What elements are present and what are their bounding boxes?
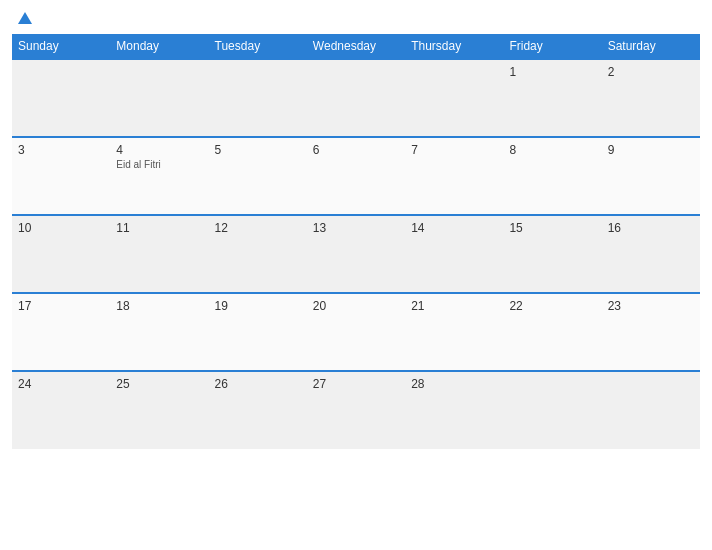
day-number: 1 [509,65,595,79]
week-row-4: 17181920212223 [12,293,700,371]
calendar-cell [405,59,503,137]
calendar-cell: 9 [602,137,700,215]
day-number: 15 [509,221,595,235]
calendar-table: SundayMondayTuesdayWednesdayThursdayFrid… [12,34,700,449]
day-number: 25 [116,377,202,391]
calendar-cell [602,371,700,449]
day-number: 12 [215,221,301,235]
day-number: 28 [411,377,497,391]
day-number: 21 [411,299,497,313]
calendar-cell: 28 [405,371,503,449]
col-header-monday: Monday [110,34,208,59]
day-number: 20 [313,299,399,313]
logo-triangle-icon [18,12,32,24]
calendar-cell: 7 [405,137,503,215]
calendar-cell: 22 [503,293,601,371]
col-header-wednesday: Wednesday [307,34,405,59]
calendar-cell: 11 [110,215,208,293]
calendar-cell: 20 [307,293,405,371]
day-number: 16 [608,221,694,235]
col-header-tuesday: Tuesday [209,34,307,59]
calendar-cell: 1 [503,59,601,137]
calendar-cell: 21 [405,293,503,371]
calendar-cell: 18 [110,293,208,371]
calendar-container: SundayMondayTuesdayWednesdayThursdayFrid… [0,0,712,550]
calendar-cell: 3 [12,137,110,215]
calendar-cell [503,371,601,449]
calendar-cell: 14 [405,215,503,293]
day-number: 3 [18,143,104,157]
day-number: 26 [215,377,301,391]
day-number: 5 [215,143,301,157]
col-header-sunday: Sunday [12,34,110,59]
calendar-cell [110,59,208,137]
day-number: 7 [411,143,497,157]
day-number: 22 [509,299,595,313]
day-number: 14 [411,221,497,235]
calendar-cell [12,59,110,137]
col-header-saturday: Saturday [602,34,700,59]
calendar-cell [209,59,307,137]
day-number: 19 [215,299,301,313]
calendar-cell: 2 [602,59,700,137]
calendar-cell: 13 [307,215,405,293]
calendar-cell: 27 [307,371,405,449]
day-number: 11 [116,221,202,235]
calendar-header [12,10,700,28]
day-number: 13 [313,221,399,235]
calendar-cell: 17 [12,293,110,371]
logo-general [16,10,32,28]
day-number: 6 [313,143,399,157]
day-number: 10 [18,221,104,235]
calendar-cell: 8 [503,137,601,215]
week-row-2: 34Eid al Fitri56789 [12,137,700,215]
calendar-cell: 19 [209,293,307,371]
week-row-5: 2425262728 [12,371,700,449]
calendar-cell: 5 [209,137,307,215]
day-number: 4 [116,143,202,157]
day-number: 9 [608,143,694,157]
days-header-row: SundayMondayTuesdayWednesdayThursdayFrid… [12,34,700,59]
col-header-friday: Friday [503,34,601,59]
day-number: 17 [18,299,104,313]
day-number: 27 [313,377,399,391]
day-number: 8 [509,143,595,157]
calendar-cell [307,59,405,137]
logo [16,10,32,28]
day-number: 23 [608,299,694,313]
calendar-cell: 23 [602,293,700,371]
calendar-cell: 12 [209,215,307,293]
calendar-cell: 15 [503,215,601,293]
calendar-cell: 4Eid al Fitri [110,137,208,215]
event-label: Eid al Fitri [116,159,202,170]
week-row-3: 10111213141516 [12,215,700,293]
calendar-cell: 25 [110,371,208,449]
calendar-cell: 6 [307,137,405,215]
calendar-cell: 24 [12,371,110,449]
week-row-1: 12 [12,59,700,137]
calendar-cell: 26 [209,371,307,449]
col-header-thursday: Thursday [405,34,503,59]
calendar-cell: 16 [602,215,700,293]
day-number: 18 [116,299,202,313]
day-number: 24 [18,377,104,391]
day-number: 2 [608,65,694,79]
calendar-cell: 10 [12,215,110,293]
